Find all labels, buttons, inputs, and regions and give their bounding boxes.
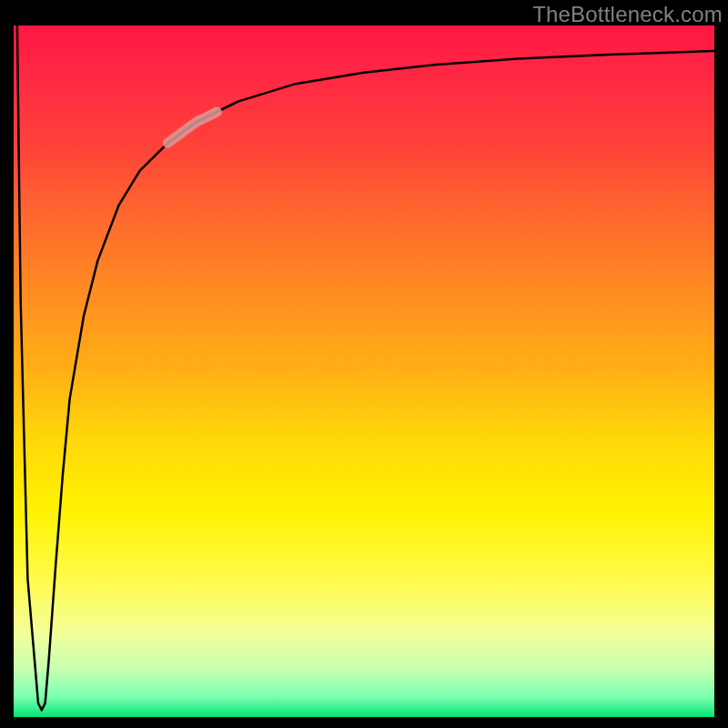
watermark-text: TheBottleneck.com xyxy=(532,2,723,27)
highlight-segment xyxy=(167,112,217,143)
chart-frame: TheBottleneck.com xyxy=(0,0,728,728)
bottleneck-curve xyxy=(17,25,714,710)
plot-area xyxy=(14,25,714,717)
chart-svg xyxy=(14,25,714,717)
